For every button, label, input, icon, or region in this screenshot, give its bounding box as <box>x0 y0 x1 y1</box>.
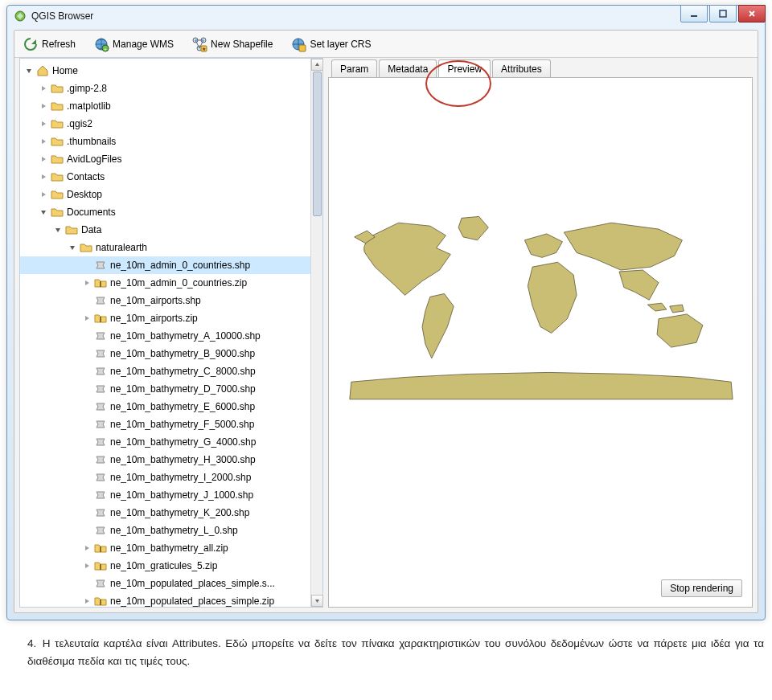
expand-toggle-icon[interactable] <box>39 155 47 163</box>
expand-toggle-icon <box>83 473 91 481</box>
toolbar-label: New Shapefile <box>211 39 273 50</box>
expand-toggle-icon[interactable] <box>68 244 76 252</box>
expand-toggle-icon[interactable] <box>39 190 47 199</box>
toolbar-refresh-button[interactable]: Refresh <box>19 33 79 55</box>
folder-icon <box>51 188 64 201</box>
tab-param[interactable]: Param <box>331 59 377 77</box>
expand-toggle-icon <box>83 403 91 411</box>
tree-item[interactable]: Contacts <box>20 168 310 186</box>
tree-item-label: ne_10m_graticules_5.zip <box>110 560 217 571</box>
tree-item[interactable]: ne_10m_admin_0_countries.zip <box>20 274 310 292</box>
file-tree[interactable]: Home.gimp-2.8.matplotlib.qgis2.thumbnail… <box>20 59 310 607</box>
tree-item[interactable]: AvidLogFiles <box>20 150 310 168</box>
layer-icon <box>94 489 107 501</box>
expand-toggle-icon[interactable] <box>83 279 91 287</box>
zip-icon <box>94 595 107 607</box>
tree-item[interactable]: .thumbnails <box>20 133 310 150</box>
svg-rect-1 <box>691 15 697 17</box>
tree-item-label: ne_10m_bathymetry_A_10000.shp <box>110 330 261 342</box>
layer-icon <box>94 436 107 448</box>
tree-item[interactable]: ne_10m_admin_0_countries.shp <box>20 256 310 274</box>
tree-item[interactable]: Home <box>20 62 310 80</box>
tree-item[interactable]: ne_10m_bathymetry_all.zip <box>20 539 310 557</box>
tree-item[interactable]: ne_10m_bathymetry_B_9000.shp <box>20 345 310 362</box>
tree-item-label: ne_10m_bathymetry_C_8000.shp <box>110 366 256 377</box>
tree-item[interactable]: ne_10m_bathymetry_H_3000.shp <box>20 451 310 469</box>
expand-toggle-icon[interactable] <box>39 208 47 216</box>
scroll-up-button[interactable] <box>311 59 323 71</box>
tree-item[interactable]: ne_10m_bathymetry_L_0.shp <box>20 522 310 539</box>
tree-item[interactable]: .gimp-2.8 <box>20 80 310 97</box>
svg-rect-2 <box>720 10 726 17</box>
tab-attributes[interactable]: Attributes <box>492 59 551 77</box>
tree-item[interactable]: ne_10m_bathymetry_I_2000.shp <box>20 469 310 486</box>
tree-item[interactable]: ne_10m_populated_places_simple.zip <box>20 592 310 607</box>
tree-item[interactable]: ne_10m_bathymetry_E_6000.shp <box>20 398 310 415</box>
tree-item[interactable]: .matplotlib <box>20 97 310 115</box>
map-preview[interactable] <box>343 207 737 415</box>
expand-toggle-icon[interactable] <box>54 226 62 234</box>
expand-toggle-icon[interactable] <box>83 544 91 552</box>
tree-item[interactable]: ne_10m_bathymetry_C_8000.shp <box>20 362 310 380</box>
window-close-button[interactable] <box>738 5 766 23</box>
tree-item[interactable]: Documents <box>20 203 310 221</box>
tree-item[interactable]: Data <box>20 221 310 239</box>
zip-icon <box>94 276 107 289</box>
tree-item-label: .thumbnails <box>67 136 116 147</box>
window-titlebar[interactable]: QGIS Browser <box>7 6 765 27</box>
tree-item-label: naturalearth <box>96 242 147 253</box>
stop-rendering-button[interactable]: Stop rendering <box>661 579 742 597</box>
tree-item[interactable]: naturalearth <box>20 239 310 256</box>
folder-icon <box>80 241 92 254</box>
scroll-down-button[interactable] <box>311 595 323 607</box>
folder-icon <box>51 117 64 130</box>
tree-item-label: ne_10m_bathymetry_E_6000.shp <box>110 401 255 412</box>
tree-item[interactable]: ne_10m_bathymetry_F_5000.shp <box>20 415 310 433</box>
tree-item[interactable]: Desktop <box>20 186 310 203</box>
scroll-thumb[interactable] <box>313 72 322 216</box>
tree-item[interactable]: ne_10m_bathymetry_D_7000.shp <box>20 380 310 398</box>
tree-item-label: ne_10m_bathymetry_D_7000.shp <box>110 383 256 395</box>
tree-item[interactable]: .qgis2 <box>20 115 310 133</box>
tab-metadata[interactable]: Metadata <box>379 59 437 77</box>
toolbar-newshp-button[interactable]: ★New Shapefile <box>188 33 276 55</box>
folder-icon <box>51 206 64 219</box>
expand-toggle-icon <box>83 579 91 587</box>
expand-toggle-icon[interactable] <box>39 173 47 181</box>
caption-text: 4. Η τελευταία καρτέλα είναι Attributes.… <box>27 635 764 669</box>
expand-toggle-icon[interactable] <box>39 137 47 145</box>
expand-toggle-icon[interactable] <box>39 120 47 128</box>
expand-toggle-icon <box>83 526 91 534</box>
tab-label: Param <box>340 63 368 75</box>
window-maximize-button[interactable] <box>709 5 737 23</box>
tree-item[interactable]: ne_10m_bathymetry_J_1000.shp <box>20 486 310 504</box>
toolbar-managewms-button[interactable]: +Manage WMS <box>90 33 177 55</box>
tree-item[interactable]: ne_10m_graticules_5.zip <box>20 557 310 575</box>
tree-item[interactable]: ne_10m_populated_places_simple.s... <box>20 575 310 592</box>
tree-item[interactable]: ne_10m_airports.shp <box>20 292 310 309</box>
layer-icon <box>94 471 107 484</box>
layer-icon <box>94 383 107 395</box>
expand-toggle-icon <box>83 509 91 517</box>
folder-icon <box>51 82 64 95</box>
window-minimize-button[interactable] <box>680 5 708 23</box>
expand-toggle-icon[interactable] <box>39 84 47 92</box>
toolbar-setcrs-button[interactable]: Set layer CRS <box>287 33 374 55</box>
expand-toggle-icon[interactable] <box>83 597 91 605</box>
tree-item-label: ne_10m_populated_places_simple.zip <box>110 596 274 607</box>
tab-preview[interactable]: Preview <box>438 59 491 77</box>
tree-item[interactable]: ne_10m_bathymetry_A_10000.shp <box>20 327 310 345</box>
tree-item[interactable]: ne_10m_bathymetry_K_200.shp <box>20 504 310 522</box>
expand-toggle-icon[interactable] <box>39 102 47 110</box>
tree-scrollbar[interactable] <box>310 59 322 607</box>
refresh-icon <box>23 36 39 52</box>
layer-icon <box>94 577 107 590</box>
tree-item-label: ne_10m_airports.zip <box>110 313 198 324</box>
expand-toggle-icon[interactable] <box>25 67 33 75</box>
managewms-icon: + <box>93 36 109 52</box>
tree-item[interactable]: ne_10m_airports.zip <box>20 309 310 327</box>
tree-item[interactable]: ne_10m_bathymetry_G_4000.shp <box>20 433 310 451</box>
tree-item-label: ne_10m_bathymetry_H_3000.shp <box>110 454 256 465</box>
expand-toggle-icon[interactable] <box>83 314 91 322</box>
expand-toggle-icon[interactable] <box>83 562 91 570</box>
